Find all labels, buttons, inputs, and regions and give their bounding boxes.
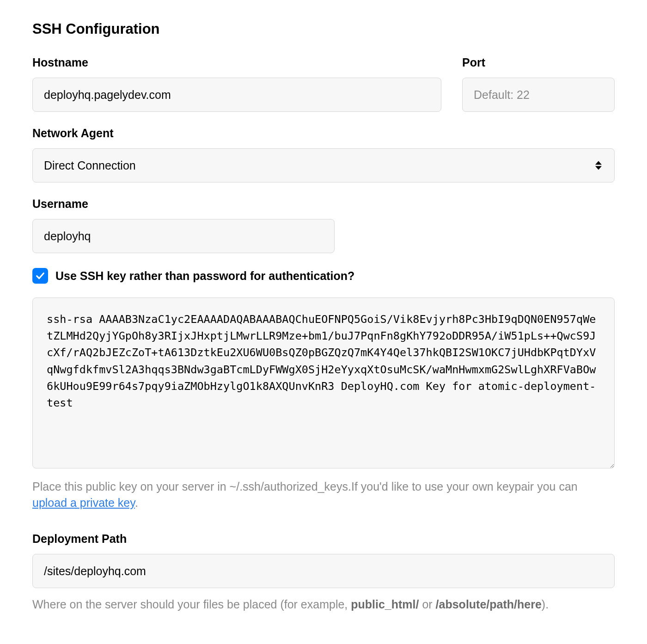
port-input[interactable]	[462, 78, 615, 112]
upload-private-key-link[interactable]: upload a private key	[32, 496, 135, 509]
deployment-path-group: Deployment Path Where on the server shou…	[32, 532, 615, 613]
deployment-path-help-before: Where on the server should your files be…	[32, 598, 351, 611]
port-group: Port	[462, 56, 615, 112]
port-label: Port	[462, 56, 615, 69]
network-agent-label: Network Agent	[32, 127, 615, 140]
deployment-path-help-strong1: public_html/	[351, 598, 419, 611]
ssh-key-checkbox[interactable]	[32, 268, 48, 284]
check-icon	[35, 271, 45, 281]
deployment-path-help-mid: or	[419, 598, 435, 611]
ssh-key-textarea[interactable]: ssh-rsa AAAAB3NzaC1yc2EAAAADAQABAAABAQCh…	[32, 298, 615, 468]
deployment-path-help-strong2: /absolute/path/here	[436, 598, 542, 611]
deployment-path-help-text: Where on the server should your files be…	[32, 596, 615, 613]
username-group: Username	[32, 197, 615, 253]
ssh-key-help-after: .	[135, 496, 138, 509]
network-agent-select[interactable]: Direct Connection	[32, 148, 615, 182]
network-agent-group: Network Agent Direct Connection	[32, 127, 615, 182]
page-title: SSH Configuration	[32, 21, 615, 37]
deployment-path-label: Deployment Path	[32, 532, 615, 546]
username-input[interactable]	[32, 219, 335, 253]
ssh-key-help-text: Place this public key on your server in …	[32, 479, 615, 511]
ssh-key-checkbox-row: Use SSH key rather than password for aut…	[32, 268, 615, 284]
deployment-path-input[interactable]	[32, 554, 615, 588]
hostname-input[interactable]	[32, 78, 441, 112]
ssh-key-checkbox-label: Use SSH key rather than password for aut…	[55, 269, 354, 283]
username-label: Username	[32, 197, 615, 211]
hostname-group: Hostname	[32, 56, 441, 112]
deployment-path-help-after: ).	[542, 598, 549, 611]
hostname-label: Hostname	[32, 56, 441, 69]
ssh-key-help-before: Place this public key on your server in …	[32, 480, 578, 493]
